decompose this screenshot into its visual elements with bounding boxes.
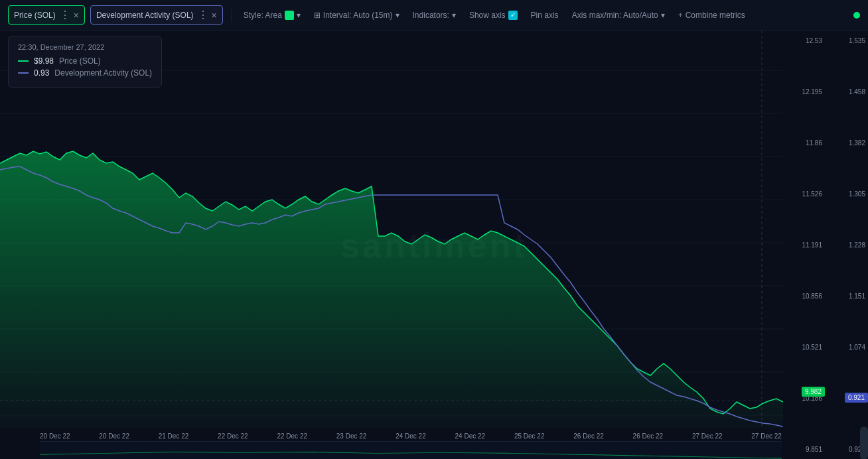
interval-chevron-icon: ▾ (396, 11, 399, 20)
x-axis: 20 Dec 22 20 Dec 22 21 Dec 22 22 Dec 22 … (40, 432, 782, 440)
tooltip-date: 22:30, December 27, 2022 (18, 43, 152, 51)
chart-tooltip: 22:30, December 27, 2022 $9.98 Price (SO… (8, 36, 162, 88)
interval-icon: ⊞ (314, 11, 321, 20)
y-left-label-5: 10.856 (791, 293, 822, 300)
x-label-2: 21 Dec 22 (159, 432, 189, 440)
metric-tag-price[interactable]: Price (SOL) ⋮ × (8, 5, 85, 25)
tooltip-price-row: $9.98 Price (SOL) (18, 56, 152, 66)
x-label-9: 26 Dec 22 (573, 432, 604, 440)
current-price-value: 9.982 (805, 388, 822, 395)
interval-label: Interval: Auto (15m) (323, 11, 393, 20)
price-line-indicator (18, 60, 29, 62)
combine-metrics-button[interactable]: + Combine metrics (674, 9, 749, 22)
x-label-12: 27 Dec 22 (751, 432, 782, 440)
y-left-label-3: 11.526 (791, 190, 822, 198)
scrollbar-handle[interactable] (860, 426, 868, 459)
main-chart-svg (0, 31, 868, 459)
current-price-label: 9.982 (802, 387, 825, 397)
x-label-6: 24 Dec 22 (396, 432, 426, 440)
tooltip-dev-label: Development Activity (SOL) (54, 68, 152, 78)
x-label-0: 20 Dec 22 (40, 432, 70, 440)
y-left-label-6: 10.521 (791, 344, 822, 351)
metric2-options-icon[interactable]: ⋮ (198, 9, 208, 21)
metric1-close-icon[interactable]: × (74, 11, 79, 20)
x-label-10: 26 Dec 22 (633, 432, 664, 440)
y-left-label-1: 12.195 (791, 88, 822, 96)
y-right-label-3: 1.305 (831, 190, 865, 198)
indicators-chevron-icon: ▾ (452, 11, 456, 20)
y-left-label-8: 9.851 (791, 446, 822, 453)
toolbar: Price (SOL) ⋮ × Development Activity (SO… (0, 0, 868, 31)
indicators-label: Indicators: (413, 11, 449, 20)
x-label-4: 22 Dec 22 (277, 432, 307, 440)
x-label-3: 22 Dec 22 (218, 432, 248, 440)
y-left-label-4: 11.191 (791, 241, 822, 249)
y-right-label-2: 1.382 (831, 139, 865, 147)
pin-axis-control[interactable]: Pin axis (527, 9, 563, 22)
y-left-label-0: 12.53 (791, 37, 822, 44)
y-right-label-1: 1.458 (831, 88, 865, 96)
style-chevron-icon: ▾ (297, 11, 301, 20)
x-label-8: 25 Dec 22 (514, 432, 545, 440)
combine-label: Combine metrics (686, 11, 745, 20)
tooltip-price-value: $9.98 (34, 56, 54, 66)
dev-line-indicator (18, 72, 29, 74)
y-left-label-2: 11.86 (791, 139, 822, 147)
x-label-5: 23 Dec 22 (336, 432, 367, 440)
plus-icon: + (678, 11, 683, 20)
metric2-close-icon[interactable]: × (212, 11, 217, 20)
axis-minmax-selector[interactable]: Axis max/min: Auto/Auto ▾ (568, 9, 669, 22)
style-color-box (285, 11, 294, 20)
chart-container: santiment 22:3 (0, 31, 868, 459)
divider1 (231, 9, 232, 22)
show-axis-control[interactable]: Show axis ✓ (465, 9, 522, 22)
pin-axis-label: Pin axis (531, 11, 559, 20)
tooltip-dev-row: 0.93 Development Activity (SOL) (18, 68, 152, 78)
axis-minmax-chevron-icon: ▾ (661, 11, 665, 20)
show-axis-label: Show axis (469, 11, 506, 20)
x-label-7: 24 Dec 22 (455, 432, 486, 440)
interval-selector[interactable]: ⊞ Interval: Auto (15m) ▾ (310, 9, 403, 22)
online-indicator (853, 12, 860, 19)
y-right-label-6: 1.074 (831, 344, 865, 351)
indicators-selector[interactable]: Indicators: ▾ (409, 9, 460, 22)
show-axis-checkbox[interactable]: ✓ (508, 11, 518, 20)
tooltip-dev-value: 0.93 (34, 68, 49, 78)
metric-tag-dev[interactable]: Development Activity (SOL) ⋮ × (90, 5, 223, 25)
current-dev-value: 0.921 (848, 394, 865, 401)
current-dev-label: 0.921 (845, 393, 868, 403)
metric-tag-price-label: Price (SOL) (14, 11, 56, 20)
style-label: Style: Area (244, 11, 282, 20)
x-label-11: 27 Dec 22 (692, 432, 723, 440)
axis-minmax-label: Axis max/min: Auto/Auto (572, 11, 658, 20)
x-label-1: 20 Dec 22 (99, 432, 129, 440)
y-right-label-5: 1.151 (831, 293, 865, 300)
metric1-options-icon[interactable]: ⋮ (60, 9, 70, 21)
y-right-label-0: 1.535 (831, 37, 865, 44)
style-selector[interactable]: Style: Area ▾ (240, 9, 305, 22)
metric-tag-dev-label: Development Activity (SOL) (96, 11, 194, 20)
tooltip-price-label: Price (SOL) (59, 56, 101, 66)
mini-chart[interactable] (40, 441, 782, 459)
y-right-label-4: 1.228 (831, 241, 865, 249)
